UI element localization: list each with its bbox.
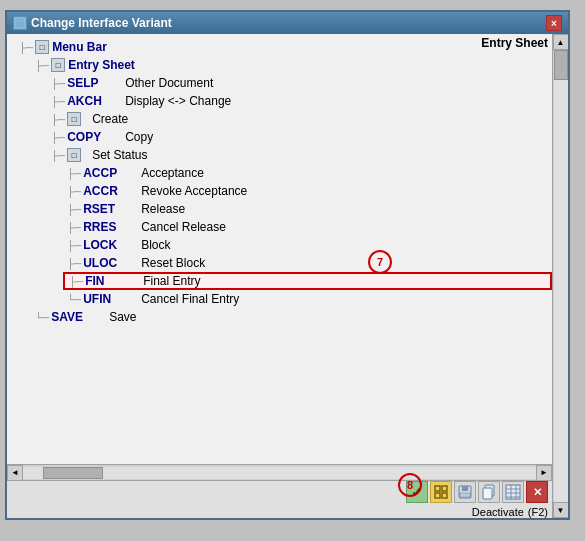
tree-row: ├─ ULOC Reset Block 7 <box>63 254 552 272</box>
svg-rect-8 <box>460 493 470 497</box>
tree-row: ├─ RRES Cancel Release <box>63 218 552 236</box>
main-window: Change Interface Variant × Entry Sheet ├… <box>5 10 570 520</box>
row-desc: Copy <box>125 130 153 144</box>
tree-row: ├─ □ Entry Sheet <box>31 56 552 74</box>
scroll-up-button[interactable]: ▲ <box>553 34 569 50</box>
svg-rect-4 <box>435 493 440 498</box>
titlebar: Change Interface Variant × <box>7 12 568 34</box>
tree-connector: └─ <box>35 312 49 323</box>
row-desc: Block <box>141 238 170 252</box>
scroll-down-button[interactable]: ▼ <box>553 502 569 518</box>
row-desc: Acceptance <box>141 166 204 180</box>
node-icon: □ <box>51 58 65 72</box>
tree-connector: ├─ <box>51 78 65 89</box>
tree-row: ├─ COPY Copy <box>47 128 552 146</box>
row-key: FIN <box>85 274 135 288</box>
badge-8: 8 <box>398 473 422 497</box>
row-key: AKCH <box>67 94 117 108</box>
tree-connector: ├─ <box>67 204 81 215</box>
deactivate-f2-label: (F2) <box>528 506 548 518</box>
row-key: Entry Sheet <box>68 58 135 72</box>
row-desc: Set Status <box>92 148 147 162</box>
tree-connector: ├─ <box>51 96 65 107</box>
tree-row: ├─ □ Set Status <box>47 146 552 164</box>
content-area: Entry Sheet ├─ □ Menu Bar ├─ □ Entry She… <box>7 34 568 518</box>
fin-row: ├─ FIN Final Entry <box>63 272 552 290</box>
deactivate-label: Deactivate <box>472 506 524 518</box>
node-icon: □ <box>67 112 81 126</box>
close-button[interactable]: × <box>546 15 562 31</box>
tree-row: ├─ SELP Other Document <box>47 74 552 92</box>
save-button[interactable] <box>454 481 476 503</box>
tree-row: ├─ ACCP Acceptance <box>63 164 552 182</box>
tree-connector: ├─ <box>51 150 65 161</box>
main-content: Entry Sheet ├─ □ Menu Bar ├─ □ Entry She… <box>7 34 552 518</box>
grid-icon <box>505 484 521 500</box>
row-desc: Cancel Release <box>141 220 226 234</box>
row-desc: Reset Block <box>141 256 205 270</box>
row-key: RSET <box>83 202 133 216</box>
window-icon <box>13 16 27 30</box>
row-key: Menu Bar <box>52 40 112 54</box>
copy-button[interactable] <box>478 481 500 503</box>
tree-row: ├─ RSET Release <box>63 200 552 218</box>
tree-connector: ├─ <box>67 258 81 269</box>
tree-row: ├─ □ Create <box>47 110 552 128</box>
row-key: LOCK <box>83 238 133 252</box>
tree-connector: ├─ <box>51 132 65 143</box>
row-desc: Revoke Acceptance <box>141 184 247 198</box>
interface-variant-button[interactable] <box>430 481 452 503</box>
close-window-button[interactable]: ✕ <box>526 481 548 503</box>
row-desc: Display <-> Change <box>125 94 231 108</box>
tree-connector: ├─ <box>67 168 81 179</box>
column-header: Entry Sheet <box>481 36 548 50</box>
variant-icon <box>433 484 449 500</box>
copy-icon <box>481 484 497 500</box>
tree-connector: ├─ <box>67 240 81 251</box>
save-icon <box>457 484 473 500</box>
tree-connector: ├─ <box>51 114 65 125</box>
row-desc: Create <box>92 112 128 126</box>
row-desc: Cancel Final Entry <box>141 292 239 306</box>
tree-row: ├─ □ Menu Bar <box>15 38 552 56</box>
deactivate-container: 8 ✓ <box>406 481 548 518</box>
row-key: UFIN <box>83 292 133 306</box>
titlebar-left: Change Interface Variant <box>13 16 172 30</box>
node-icon: □ <box>67 148 81 162</box>
svg-rect-10 <box>483 488 492 499</box>
horizontal-scrollbar: ◄ ► <box>7 464 552 480</box>
badge-7: 7 <box>368 250 392 274</box>
svg-rect-0 <box>15 18 25 28</box>
row-key: ULOC <box>83 256 133 270</box>
row-key: RRES <box>83 220 133 234</box>
tree-connector: ├─ <box>67 222 81 233</box>
row-desc: Final Entry <box>143 274 200 288</box>
toolbar-buttons: 8 ✓ <box>406 481 548 503</box>
scroll-left-button[interactable]: ◄ <box>7 465 23 481</box>
tree-connector: ├─ <box>35 60 49 71</box>
tree-connector: ├─ <box>19 42 33 53</box>
grid-button[interactable] <box>502 481 524 503</box>
scroll-right-button[interactable]: ► <box>536 465 552 481</box>
scroll-thumb[interactable] <box>43 467 103 479</box>
tree-area: Entry Sheet ├─ □ Menu Bar ├─ □ Entry She… <box>7 34 552 464</box>
scroll-thumb[interactable] <box>554 50 568 80</box>
tree-connector: └─ <box>67 294 81 305</box>
tree-row: ├─ LOCK Block <box>63 236 552 254</box>
row-desc: Other Document <box>125 76 213 90</box>
vertical-scrollbar: ▲ ▼ <box>552 34 568 518</box>
row-desc: Release <box>141 202 185 216</box>
scroll-track <box>23 467 536 479</box>
row-key: SELP <box>67 76 117 90</box>
node-icon: □ <box>35 40 49 54</box>
row-key: SAVE <box>51 310 101 324</box>
tree-row: └─ SAVE Save <box>31 308 552 326</box>
row-desc: Save <box>109 310 136 324</box>
svg-rect-7 <box>462 486 468 491</box>
tree-row: ├─ ACCR Revoke Acceptance <box>63 182 552 200</box>
window-title: Change Interface Variant <box>31 16 172 30</box>
row-key: COPY <box>67 130 117 144</box>
tree-row: ├─ AKCH Display <-> Change <box>47 92 552 110</box>
row-key: ACCR <box>83 184 133 198</box>
tree-connector: ├─ <box>67 186 81 197</box>
